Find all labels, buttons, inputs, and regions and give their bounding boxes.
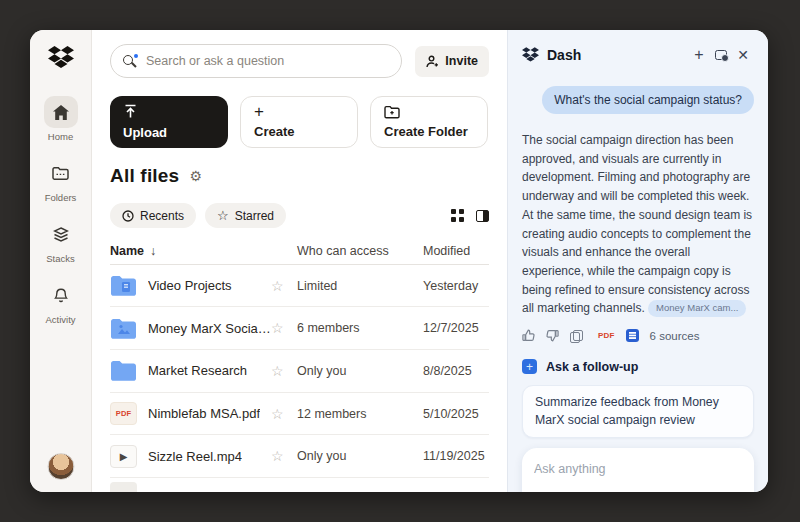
follow-up-label: Ask a follow-up [546, 360, 638, 374]
star-toggle-icon[interactable]: ☆ [271, 320, 297, 336]
file-modified: 5/10/2025 [423, 407, 489, 421]
starred-label: Starred [235, 209, 274, 223]
dash-logo-icon [522, 47, 539, 63]
recents-filter[interactable]: Recents [110, 203, 196, 228]
ask-anything-input[interactable] [534, 462, 742, 476]
sources-count[interactable]: 6 sources [650, 330, 700, 342]
split-view-icon[interactable] [476, 210, 489, 222]
ask-follow-up[interactable]: + Ask a follow-up [522, 359, 754, 374]
create-folder-icon [384, 105, 400, 119]
chat-history-button[interactable] [710, 44, 732, 66]
word-source-icon[interactable] [626, 329, 639, 342]
sidebar-item-folders[interactable]: Folders [44, 157, 78, 203]
file-name: Nimblefab MSA.pdf [148, 406, 260, 421]
user-avatar[interactable] [47, 453, 74, 480]
file-access: 12 members [297, 407, 423, 421]
file-access: 6 members [297, 321, 423, 335]
table-row[interactable]: Market Research ☆ Only you 8/8/2025 [110, 350, 489, 393]
grid-view-icon[interactable] [451, 209, 464, 222]
ask-card: @ All files ▾ ↑ [522, 448, 754, 492]
folder-image-icon [110, 317, 137, 340]
sidebar-item-label: Folders [45, 192, 77, 203]
file-name: Money MarX Social... [148, 321, 271, 336]
video-file-icon: ▶ [110, 445, 137, 468]
assistant-answer: The social campaign direction has been a… [522, 131, 754, 318]
folder-icon [110, 359, 137, 382]
pdf-source-icon[interactable]: PDF [598, 331, 615, 340]
new-chat-button[interactable]: + [688, 44, 710, 66]
file-name: Sizzle Reel.mp4 [148, 449, 242, 464]
search-icon [123, 54, 138, 69]
column-name[interactable]: Name [110, 244, 144, 258]
plus-icon: + [254, 105, 264, 119]
create-button[interactable]: + Create [240, 96, 358, 148]
thumbs-down-icon[interactable] [546, 329, 559, 342]
column-modified[interactable]: Modified [423, 244, 489, 258]
thumbs-up-icon[interactable] [522, 329, 535, 342]
files-table: Name ↓ Who can access Modified Video Pro… [110, 239, 489, 492]
star-icon: ☆ [217, 209, 229, 222]
create-label: Create [254, 124, 294, 139]
file-name: Video Projects [148, 278, 232, 293]
create-folder-button[interactable]: Create Folder [370, 96, 488, 148]
bell-icon [54, 288, 68, 303]
close-icon: ✕ [737, 48, 749, 62]
follow-up-plus-icon: + [522, 359, 537, 374]
suggestion-card[interactable]: Summarize feedback from Money MarX socia… [522, 385, 754, 438]
column-access[interactable]: Who can access [297, 244, 423, 258]
search-bar[interactable] [110, 44, 402, 78]
answer-text: The social campaign direction has been a… [522, 133, 752, 315]
sidebar-item-label: Home [48, 131, 73, 142]
user-message-bubble: What's the social campaign status? [542, 86, 754, 114]
file-access: Only you [297, 364, 423, 378]
dash-panel: Dash + ✕ What's the social campaign stat… [507, 30, 768, 492]
file-access: Limited [297, 279, 423, 293]
stacks-icon [53, 227, 69, 242]
starred-filter[interactable]: ☆ Starred [205, 203, 286, 228]
copy-icon[interactable] [570, 330, 581, 342]
sidebar-nav: Home Folders Stacks Activity [44, 96, 78, 325]
create-folder-label: Create Folder [384, 124, 468, 139]
gear-icon[interactable]: ⚙ [189, 169, 202, 183]
clock-icon [122, 210, 134, 222]
star-toggle-icon[interactable]: ☆ [271, 363, 297, 379]
invite-label: Invite [445, 54, 478, 68]
invite-button[interactable]: Invite [415, 46, 489, 77]
file-modified: 11/19/2025 [423, 449, 489, 463]
close-panel-button[interactable]: ✕ [732, 44, 754, 66]
folder-file-icon [110, 274, 137, 297]
star-toggle-icon[interactable]: ☆ [271, 278, 297, 294]
main-content: Invite Upload + Create Create Folder All… [92, 30, 507, 492]
table-row[interactable]: PDF Nimblefab MSA.pdf ☆ 12 members 5/10/… [110, 393, 489, 436]
pdf-file-icon: PDF [110, 402, 137, 425]
home-icon [53, 105, 69, 120]
upload-icon [123, 104, 138, 119]
table-header: Name ↓ Who can access Modified [110, 239, 489, 265]
file-icon-partial [110, 482, 137, 492]
star-toggle-icon[interactable]: ☆ [271, 448, 297, 464]
feedback-row: PDF 6 sources [522, 329, 754, 342]
recents-label: Recents [140, 209, 184, 223]
upload-button[interactable]: Upload [110, 96, 228, 148]
file-name: Market Research [148, 363, 247, 378]
history-icon [715, 50, 727, 60]
file-access: Only you [297, 449, 423, 463]
source-chip[interactable]: Money MarX cam... [648, 300, 746, 317]
sidebar-item-label: Activity [45, 314, 75, 325]
sidebar-item-stacks[interactable]: Stacks [44, 218, 78, 264]
sidebar-item-label: Stacks [46, 253, 75, 264]
sidebar-item-home[interactable]: Home [44, 96, 78, 142]
table-row[interactable]: Money MarX Social... ☆ 6 members 12/7/20… [110, 307, 489, 350]
plus-icon: + [694, 47, 703, 63]
app-window: Home Folders Stacks Activity [30, 30, 768, 492]
sidebar-item-activity[interactable]: Activity [44, 279, 78, 325]
file-modified: 12/7/2025 [423, 321, 489, 335]
invite-person-icon [426, 55, 439, 68]
search-input[interactable] [146, 54, 389, 68]
dash-title: Dash [547, 47, 581, 63]
star-toggle-icon[interactable]: ☆ [271, 406, 297, 422]
table-row[interactable]: ▶ Sizzle Reel.mp4 ☆ Only you 11/19/2025 [110, 435, 489, 478]
table-row[interactable]: Video Projects ☆ Limited Yesterday [110, 265, 489, 308]
file-modified: 8/8/2025 [423, 364, 489, 378]
folder-icon [52, 166, 69, 180]
